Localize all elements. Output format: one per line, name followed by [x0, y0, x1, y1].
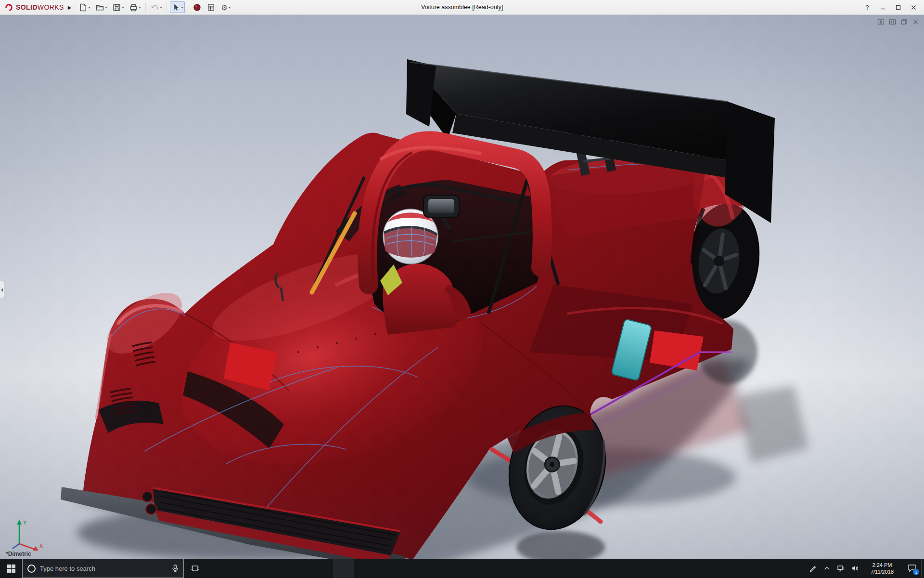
search-input[interactable]	[40, 565, 167, 572]
appearance-sphere-icon	[193, 3, 201, 12]
show-desktop-button[interactable]	[921, 559, 924, 578]
car-model-scene[interactable]: Y X	[0, 15, 924, 559]
close-icon	[911, 5, 916, 10]
titlebar: SOLIDWORKS ▶ ▾ ▾ ▾ ▾ ▾	[0, 0, 924, 15]
toolbar-separator	[145, 3, 146, 12]
save-floppy-icon	[113, 3, 121, 12]
close-button[interactable]	[907, 1, 920, 13]
appearance-button[interactable]	[191, 1, 203, 13]
app-icon-photos[interactable]	[312, 559, 333, 578]
dropdown-caret-icon[interactable]: ▾	[122, 5, 124, 10]
dropdown-caret-icon[interactable]: ▾	[160, 5, 162, 10]
pen-icon	[809, 565, 817, 572]
view-orientation-label: *Dimetric	[6, 551, 31, 557]
action-center-button[interactable]: 3	[903, 559, 921, 578]
volume-button[interactable]	[847, 559, 861, 578]
notification-badge: 3	[913, 569, 919, 575]
task-view-button[interactable]	[184, 559, 206, 578]
chevron-up-icon	[823, 565, 831, 572]
save-button[interactable]: ▾	[111, 1, 126, 13]
app-icon-edge[interactable]: e	[206, 559, 227, 578]
windows-logo-icon	[7, 565, 15, 573]
network-button[interactable]	[834, 559, 847, 578]
document-title: Voiture assomblee [Read-only]	[421, 4, 503, 11]
minimize-icon	[880, 5, 886, 10]
select-tool-button[interactable]: ▾	[170, 1, 185, 13]
app-icon-solidworks-2017[interactable]: SW 2017	[333, 559, 354, 578]
microphone-icon[interactable]	[172, 565, 179, 572]
document-window-controls	[877, 18, 919, 27]
undo-button[interactable]: ▾	[149, 1, 164, 13]
start-button[interactable]	[0, 559, 22, 578]
speaker-icon	[851, 565, 859, 572]
document-properties-button[interactable]	[205, 1, 217, 13]
undo-icon	[151, 3, 159, 12]
close-document-icon[interactable]	[912, 18, 919, 27]
pane-right-icon[interactable]	[889, 18, 896, 27]
maximize-button[interactable]	[891, 1, 905, 13]
open-document-button[interactable]: ▾	[94, 1, 109, 13]
maximize-icon	[896, 5, 901, 10]
solidworks-window: SOLIDWORKS ▶ ▾ ▾ ▾ ▾ ▾	[0, 0, 924, 578]
restore-document-icon[interactable]	[900, 18, 908, 27]
minimize-button[interactable]	[876, 1, 889, 13]
quick-toolbar: ▾ ▾ ▾ ▾ ▾ ▾	[76, 1, 233, 13]
featuremanager-collapsed-tab[interactable]	[0, 281, 4, 298]
taskbar-search[interactable]	[22, 559, 184, 578]
brake-duct	[142, 491, 153, 502]
dropdown-caret-icon[interactable]: ▾	[105, 5, 107, 10]
new-document-icon	[79, 3, 87, 12]
options-gear-icon: ⚙	[221, 4, 227, 11]
toolbar-separator	[188, 3, 188, 12]
dropdown-caret-icon[interactable]: ▾	[229, 5, 231, 10]
task-view-icon	[191, 565, 199, 572]
taskbar-clock[interactable]: 2:24 PM 7/11/2018	[861, 559, 903, 578]
ds-logo-icon	[4, 2, 13, 12]
pane-left-icon[interactable]	[877, 18, 885, 27]
options-button[interactable]: ⚙ ▾	[219, 1, 232, 13]
graphics-viewport[interactable]: Y X *Dimetric	[0, 15, 924, 559]
app-icon-store[interactable]	[248, 559, 270, 578]
open-folder-icon	[96, 3, 104, 12]
dropdown-caret-icon[interactable]: ▾	[139, 5, 141, 10]
toolbar-separator	[167, 3, 167, 12]
app-icon-mail[interactable]	[270, 559, 291, 578]
system-tray: 2:24 PM 7/11/2018 3	[806, 559, 924, 578]
window-controls: ?	[860, 1, 920, 13]
windows-ink-pen-button[interactable]	[806, 559, 820, 578]
clock-date: 7/11/2018	[871, 568, 894, 575]
app-icon-file-explorer[interactable]	[227, 559, 248, 578]
expand-menu-arrow-icon[interactable]: ▶	[68, 5, 72, 10]
origin-triad: Y X	[13, 520, 43, 551]
hidden-icons-button[interactable]	[820, 559, 834, 578]
document-table-icon	[207, 3, 215, 12]
help-button[interactable]: ?	[860, 1, 874, 13]
cortana-icon[interactable]	[27, 565, 36, 573]
app-icon-dark-tile[interactable]	[291, 559, 312, 578]
new-document-button[interactable]: ▾	[77, 1, 92, 13]
help-icon: ?	[865, 4, 869, 11]
print-icon	[129, 3, 138, 12]
brand-name: SOLIDWORKS	[16, 3, 64, 11]
triad-x-label: X	[39, 543, 43, 549]
dropdown-caret-icon[interactable]: ▾	[88, 5, 90, 10]
brake-duct	[146, 504, 156, 514]
triad-y-label: Y	[23, 520, 27, 525]
solidworks-logo: SOLIDWORKS	[4, 2, 64, 12]
clock-time: 2:24 PM	[873, 562, 892, 568]
print-button[interactable]: ▾	[128, 1, 142, 13]
windows-taskbar: e	[0, 559, 924, 578]
select-cursor-icon	[172, 3, 180, 12]
network-icon	[837, 565, 845, 572]
dropdown-caret-icon[interactable]: ▾	[181, 5, 183, 10]
